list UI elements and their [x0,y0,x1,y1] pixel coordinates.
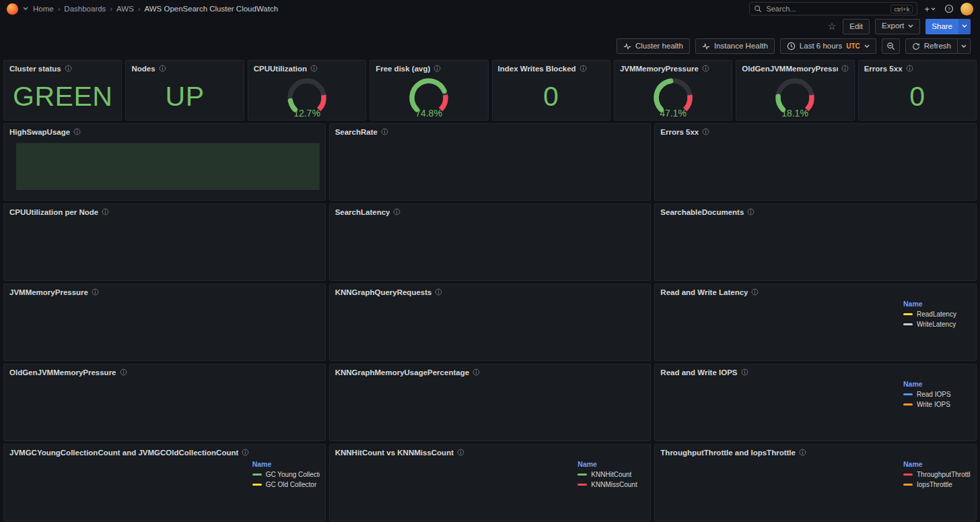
refresh-button[interactable]: Refresh [905,38,958,54]
plot-area[interactable] [353,379,645,430]
info-icon[interactable] [435,288,442,296]
panel-title[interactable]: KNNHitCount vs KNNMissCount [335,449,454,457]
panel-title[interactable]: JVMGCYoungCollectionCount and JVMGCOldCo… [9,449,238,457]
info-icon[interactable] [473,368,480,376]
panel-title[interactable]: OldGenJVMMemoryPressure [742,65,837,73]
star-icon[interactable]: ☆ [827,21,838,32]
instance-health-button[interactable]: Instance Health [695,38,775,54]
cluster-health-button[interactable]: Cluster health [617,38,690,54]
plot-area[interactable] [674,459,897,511]
plot-area[interactable] [674,139,971,190]
legend-item[interactable]: ReadLatency [903,309,969,319]
info-icon[interactable] [457,449,464,456]
info-icon[interactable] [310,65,318,72]
panel-title[interactable]: JVMMemoryPressure [9,288,88,296]
panel-title[interactable]: Errors 5xx [660,128,699,136]
panel-title[interactable]: CPUUtilization [254,65,307,73]
panel-title[interactable]: SearchableDocuments [660,208,744,216]
edit-button[interactable]: Edit [843,19,870,34]
panel-title[interactable]: OldGenJVMMemoryPressure [9,368,116,377]
legend-item[interactable]: Read IOPS [903,389,969,399]
legend-item[interactable]: KNNHitCount [578,469,643,480]
panel-title[interactable]: SearchLatency [335,208,390,216]
info-icon[interactable] [73,128,81,135]
search-input[interactable]: Search... ctrl+k [749,2,917,15]
gauge: 74.8% [392,75,466,119]
panel-title[interactable]: Read and Write Latency [660,288,748,296]
panel-title[interactable]: Read and Write IOPS [660,368,737,377]
breadcrumb-home[interactable]: Home [33,5,54,13]
panel-title[interactable]: ThroughputThrottle and IopsThrottle [660,449,796,457]
plot-area[interactable] [363,299,645,350]
panel-title[interactable]: Errors 5xx [864,65,903,73]
plot-area[interactable] [680,379,897,430]
info-icon[interactable] [120,368,127,376]
zoom-out-button[interactable] [882,38,900,54]
legend-item[interactable]: IopsThrottle [903,480,969,490]
info-icon[interactable] [702,65,709,72]
plot-area[interactable] [27,219,320,270]
info-icon[interactable] [102,208,109,216]
y-axis [331,379,353,439]
legend-item[interactable]: GC Young Collector [252,469,318,480]
panel-title[interactable]: HighSwapUsage [9,128,70,136]
info-icon[interactable] [381,128,388,135]
panel-title[interactable]: Cluster status [9,65,61,73]
info-icon[interactable] [702,128,709,135]
info-icon[interactable] [242,449,249,456]
chevron-down-icon[interactable] [23,7,28,11]
legend-item[interactable]: Write IOPS [903,399,969,410]
info-icon[interactable] [580,65,587,72]
info-icon[interactable] [741,368,748,376]
info-icon[interactable] [799,449,806,456]
plot-area[interactable] [685,219,971,270]
legend-item[interactable]: WriteLatency [903,319,969,329]
plot-area[interactable] [34,459,246,511]
plot-area[interactable] [355,219,645,270]
info-icon[interactable] [92,288,99,296]
share-menu-button[interactable] [958,19,971,34]
info-icon[interactable] [159,65,166,72]
panel-title[interactable]: Free disk (avg) [376,65,430,73]
x-axis [16,190,320,199]
info-icon[interactable] [747,208,755,216]
legend-item[interactable]: GC Old Collector [252,480,318,490]
avatar[interactable] [960,3,973,15]
legend-title: Name [903,460,969,468]
export-button[interactable]: Export [875,19,920,34]
plot-area[interactable] [27,379,320,430]
info-icon[interactable] [751,288,759,296]
plot-area[interactable] [359,459,571,511]
legend-item[interactable]: ThroughputThrottle [903,469,969,480]
y-axis [5,459,34,519]
time-range-picker[interactable]: Last 6 hours UTC [780,38,876,54]
help-icon[interactable]: ? [942,3,956,15]
plot-area[interactable] [16,139,320,190]
panel-title[interactable]: SearchRate [335,128,378,136]
plot-area[interactable] [363,139,645,190]
panel-title[interactable]: Nodes [131,65,155,73]
panel-title[interactable]: KNNGraphMemoryUsagePercentage [335,368,469,377]
panel-title[interactable]: KNNGraphQueryRequests [335,288,432,296]
stat-body: UP [126,73,243,120]
panel-title[interactable]: Index Writes Blocked [498,65,576,73]
info-icon[interactable] [393,208,400,216]
info-icon[interactable] [65,65,72,72]
share-button[interactable]: Share [925,19,958,34]
grafana-logo[interactable] [7,3,18,15]
panel-title[interactable]: JVMMemoryPressure [620,65,699,73]
info-icon[interactable] [841,65,849,72]
info-icon[interactable] [906,65,913,72]
instance-health-label: Instance Health [714,42,768,51]
panel-title[interactable]: CPUUtilization per Node [9,208,98,216]
breadcrumb-dashboards[interactable]: Dashboards [64,5,106,13]
legend-item[interactable]: KNNMissCount [578,480,643,490]
legend-label: WriteLatency [917,321,956,328]
refresh-interval-button[interactable] [958,38,971,54]
add-button[interactable]: + [922,3,938,15]
plot-area[interactable] [683,299,897,350]
info-icon[interactable] [433,65,441,72]
breadcrumb-aws[interactable]: AWS [116,5,134,13]
legend-title: Name [578,460,643,468]
plot-area[interactable] [27,299,320,350]
